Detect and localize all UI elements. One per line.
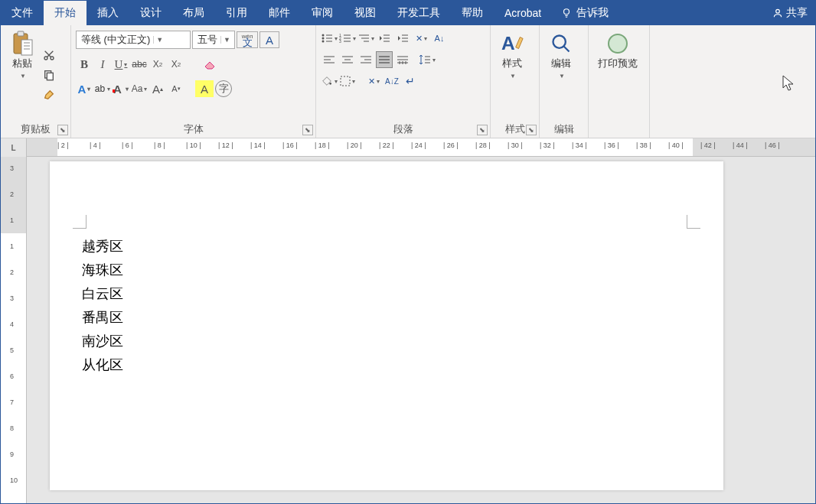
svg-text:3: 3 [339,39,341,44]
phonetic-guide-button[interactable]: wén文 [237,31,258,48]
ruler-tick: | 10 | [186,141,201,149]
document-line[interactable]: 番禺区 [82,306,723,330]
tab-file[interactable]: 文件 [1,1,44,25]
tab-help[interactable]: 帮助 [451,1,494,25]
svg-point-14 [322,37,325,40]
underline-button[interactable]: U▾ [113,56,129,73]
align-justify-button[interactable] [376,51,393,68]
shading-button[interactable]: ▾ [321,73,338,89]
show-marks-button[interactable]: ↵ [402,73,419,89]
shrink-font-button[interactable]: A▾ [168,80,184,97]
styles-button[interactable]: A 样式▼ [495,28,529,121]
tab-design[interactable]: 设计 [129,1,172,25]
paragraph-dialog-launcher[interactable]: ⬊ [477,125,488,135]
font-name-combo[interactable]: 等线 (中文正文)▼ [76,31,191,49]
tab-references[interactable]: 引用 [215,1,258,25]
editing-button[interactable]: 编辑▼ [544,28,578,121]
bold-button[interactable]: B [76,56,93,73]
align-center-button[interactable] [339,51,356,68]
highlight-button[interactable]: ab▾ [94,80,111,97]
document-content[interactable]: 越秀区海珠区白云区番禺区南沙区从化区 [82,235,723,377]
distribute-button[interactable] [394,51,411,68]
asian-layout-button[interactable]: ✕▾ [413,30,429,47]
dropdown-icon: ▼ [220,36,233,44]
tell-me[interactable]: 告诉我 [552,1,618,25]
italic-button[interactable]: I [94,56,111,73]
svg-point-54 [609,34,627,53]
bullets-button[interactable]: ▾ [321,30,338,47]
horizontal-ruler[interactable]: | 2 || 4 || 6 || 8 || 10 || 12 || 14 || … [27,138,815,157]
font-color-button[interactable]: A▾ [113,80,129,97]
ruler-tick: | 46 | [765,141,780,149]
sort-paragraph-button[interactable]: A↓Z [384,73,400,89]
scale-icon: ✕ [368,76,375,86]
paste-button[interactable]: 粘贴▼ [5,28,39,121]
ruler-tick: | 12 | [218,141,233,149]
ruler-tick: | 24 | [411,141,426,149]
line-spacing-button[interactable]: ▾ [419,51,436,68]
char-shading-button[interactable]: A [195,80,214,97]
numbering-button[interactable]: 123▾ [339,30,356,47]
group-editing: 编辑▼ 编辑 [540,25,589,138]
sort-button[interactable]: A↓ [431,30,448,47]
format-painter-button[interactable] [41,86,57,103]
multilevel-icon [357,33,370,44]
clipboard-dialog-launcher[interactable]: ⬊ [57,125,68,135]
tab-home[interactable]: 开始 [44,1,86,25]
grow-font-button[interactable]: A▴ [149,80,166,97]
text-effects-button[interactable]: A▾ [76,80,93,97]
cursor-icon [782,74,795,93]
document-line[interactable]: 海珠区 [82,259,723,282]
vruler-tick: 10 [10,476,18,484]
char-scale-button[interactable]: ✕▾ [365,73,382,89]
copy-button[interactable] [41,67,57,83]
styles-icon: A [500,31,524,56]
tab-view[interactable]: 视图 [344,1,387,25]
decrease-indent-button[interactable] [376,30,393,47]
cut-button[interactable] [41,47,57,63]
tab-mailings[interactable]: 邮件 [258,1,301,25]
svg-rect-51 [341,76,350,86]
tab-selector[interactable]: L [1,138,27,157]
increase-indent-button[interactable] [394,30,411,47]
enclose-char-button[interactable]: 字 [215,80,232,97]
subscript-button[interactable]: X2 [149,56,166,73]
vertical-ruler[interactable]: 32112345678910 [1,157,27,504]
tab-review[interactable]: 审阅 [301,1,344,25]
font-dialog-launcher[interactable]: ⬊ [302,125,313,135]
document-line[interactable]: 越秀区 [82,235,723,259]
character-border-button[interactable]: A [259,31,279,48]
brush-icon [43,89,55,101]
tab-layout[interactable]: 布局 [172,1,215,25]
tab-acrobat[interactable]: Acrobat [494,1,552,25]
superscript-button[interactable]: X2 [168,56,184,73]
document-page[interactable]: 越秀区海珠区白云区番禺区南沙区从化区 [50,161,723,490]
styles-dialog-launcher[interactable]: ⬊ [526,125,537,135]
align-justify-icon [378,54,390,65]
clear-format-button[interactable] [201,56,218,73]
share-button[interactable]: 共享 [765,1,815,25]
document-line[interactable]: 南沙区 [82,330,723,353]
ribbon: 粘贴▼ 剪贴板 ⬊ 等线 (中文正文)▼ 五号▼ wén文 A B I U▾ [1,25,815,138]
vruler-tick: 2 [10,190,14,198]
printpreview-button[interactable]: 打印预览 [593,28,642,121]
ruler-tick: | 18 | [315,141,330,149]
document-line[interactable]: 从化区 [82,353,723,377]
document-line[interactable]: 白云区 [82,282,723,306]
change-case-button[interactable]: Aa▾ [131,80,148,97]
align-left-icon [323,54,335,65]
tab-insert[interactable]: 插入 [86,1,129,25]
strikethrough-button[interactable]: abc [131,56,148,73]
align-left-button[interactable] [321,51,338,68]
ruler-tick: | 14 | [250,141,266,149]
numbering-icon: 123 [339,33,351,44]
font-size-combo[interactable]: 五号▼ [192,31,235,49]
borders-button[interactable]: ▾ [339,73,356,89]
vruler-tick: 3 [10,294,14,302]
align-right-button[interactable] [357,51,374,68]
tab-developer[interactable]: 开发工具 [387,1,451,25]
multilevel-button[interactable]: ▾ [357,30,374,47]
margin-corner-tl [73,215,86,229]
ruler-tick: | 22 | [379,141,394,149]
lightbulb-icon [561,8,572,18]
